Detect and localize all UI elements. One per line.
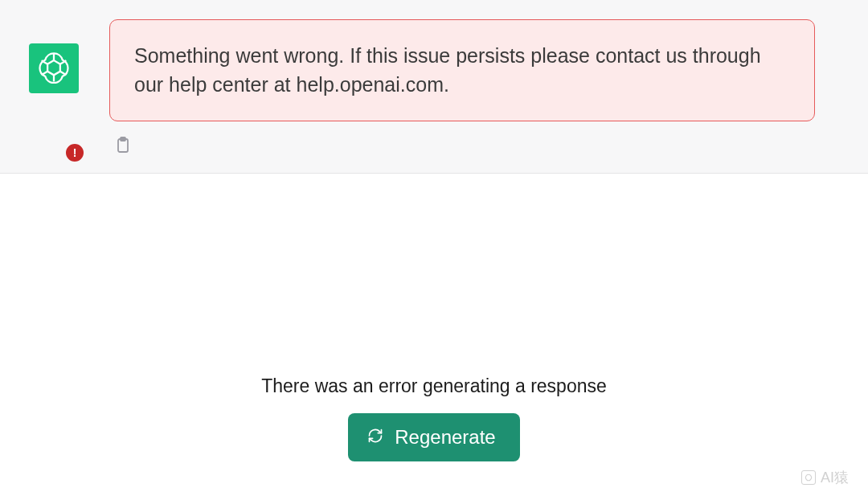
- error-badge-icon: !: [64, 142, 85, 163]
- watermark-text: AI猿: [821, 468, 849, 487]
- avatar-wrap: !: [29, 43, 79, 157]
- error-generating-text: There was an error generating a response: [261, 375, 607, 397]
- regenerate-button[interactable]: Regenerate: [348, 413, 519, 461]
- exclaim-icon: !: [73, 146, 77, 159]
- watermark: AI猿: [801, 468, 849, 487]
- assistant-message-row: ! Something went wrong. If this issue pe…: [0, 0, 868, 174]
- bottom-area: There was an error generating a response…: [0, 375, 868, 461]
- assistant-avatar: [29, 43, 79, 93]
- message-actions: [109, 136, 815, 157]
- watermark-icon: [801, 470, 816, 485]
- clipboard-icon: [113, 135, 133, 157]
- regenerate-label: Regenerate: [395, 426, 495, 449]
- copy-button[interactable]: [113, 136, 133, 157]
- error-message-box: Something went wrong. If this issue pers…: [109, 19, 815, 121]
- message-body: Something went wrong. If this issue pers…: [109, 19, 839, 157]
- refresh-icon: [367, 426, 383, 449]
- openai-logo-icon: [37, 50, 71, 87]
- error-message-text: Something went wrong. If this issue pers…: [134, 44, 761, 96]
